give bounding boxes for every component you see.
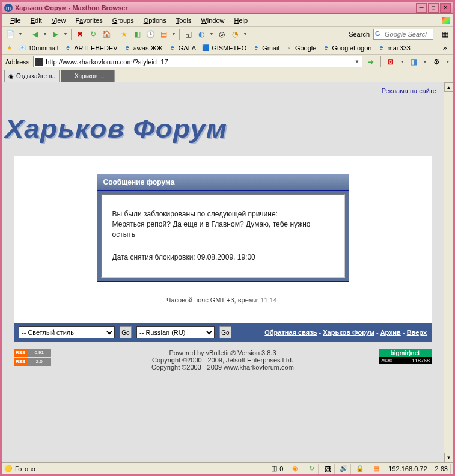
archive-link[interactable]: Архив [380, 329, 401, 336]
layout-icon[interactable]: ▦ [439, 28, 451, 40]
contact-link[interactable]: Обратная связь [264, 329, 317, 336]
go-button[interactable]: ➜ [365, 56, 377, 68]
scroll-track[interactable] [444, 92, 453, 453]
statusbar: 🟡 Готово ◫0 ◉ ↻ 🖼 🔊 🔒 ▤ 192.168.0.72 2 6… [2, 462, 453, 474]
dropdown-icon[interactable]: ▼ [63, 32, 69, 36]
window-title: Харьков Форум - Maxthon Browser [15, 4, 416, 11]
filter-icon[interactable]: ◨ [408, 56, 420, 68]
address-label: Address [4, 58, 31, 66]
bookmark-gmail[interactable]: eGmail [249, 43, 282, 53]
search-box[interactable]: G [373, 29, 433, 40]
footer-navbar: -- Светлый стиль Go -- Russian (RU) Go О… [14, 323, 432, 342]
lock-icon[interactable]: 🔒 [356, 465, 364, 473]
menu-help[interactable]: Help [229, 16, 252, 25]
bookmark-googlelogon[interactable]: eGoogleLogon [319, 43, 374, 53]
forward-button[interactable]: ▶ [49, 28, 61, 40]
bookmark-gala[interactable]: eGALA [166, 43, 198, 53]
dropdown-icon[interactable]: ▼ [42, 32, 48, 36]
popup-icon[interactable]: ◫ [270, 465, 278, 473]
style-select[interactable]: -- Светлый стиль [19, 326, 115, 338]
menu-window[interactable]: Window [196, 16, 229, 25]
color-swatch-icon[interactable] [442, 17, 450, 24]
dropdown-icon[interactable]: ▼ [445, 60, 451, 64]
tool-icon[interactable]: ◐ [195, 28, 207, 40]
rss-icon[interactable]: ▤ [157, 28, 169, 40]
home-icon[interactable]: 🏠 [100, 28, 112, 40]
address-input-wrap[interactable]: ▼ [33, 56, 362, 67]
menu-tools[interactable]: Tools [171, 16, 197, 25]
refresh-icon[interactable]: ↻ [87, 28, 99, 40]
radio-icon: ◉ [8, 73, 14, 79]
language-select[interactable]: -- Russian (RU) [136, 326, 215, 338]
bookmarks-bar: ★ 📧10minmail eARTLEBEDEV eawas ЖЖ eGALA … [2, 41, 453, 55]
image-icon[interactable]: 🖼 [323, 465, 332, 473]
vertical-scrollbar[interactable]: ▲ ▼ [444, 82, 453, 462]
bigmir-counter[interactable]: bigmir)net 7930118768 [379, 349, 432, 364]
dropdown-icon[interactable]: ▼ [209, 32, 215, 36]
go-button[interactable]: Go [219, 326, 231, 338]
menu-view[interactable]: View [47, 16, 71, 25]
tool-icon[interactable]: ◔ [229, 28, 241, 40]
bookmark-10minmail[interactable]: 📧10minmail [16, 43, 61, 53]
message-header: Сообщение форума [97, 174, 349, 191]
bookmark-google[interactable]: ▫Google [282, 43, 319, 53]
message-panel: Сообщение форума Вы были заблокированы п… [97, 174, 349, 282]
menu-options[interactable]: Options [139, 16, 171, 25]
script-icon[interactable]: ↻ [307, 465, 316, 473]
close-button[interactable]: ✕ [440, 3, 451, 13]
dropdown-icon[interactable]: ▼ [17, 32, 23, 36]
ban-reason-text: Меряться репой? Да еще и в Главном? Дума… [112, 219, 334, 240]
new-tab-icon[interactable]: 📄 [4, 28, 16, 40]
menu-favorites[interactable]: Favorites [70, 16, 107, 25]
footer-links: Обратная связь - Харьков Форум - Архив -… [264, 329, 427, 336]
groups-icon[interactable]: ◧ [131, 28, 143, 40]
bookmark-gismeteo[interactable]: 🟦GISMETEO [199, 43, 249, 53]
fav-star-icon[interactable]: ★ [4, 43, 15, 53]
menu-groups[interactable]: Groups [108, 16, 139, 25]
dropdown-icon[interactable]: ▼ [399, 60, 405, 64]
top-link[interactable]: Вверх [407, 329, 427, 336]
resource-icon[interactable]: ◱ [182, 28, 194, 40]
feed-icon[interactable]: ▤ [372, 465, 380, 473]
dropdown-icon[interactable]: ▼ [422, 60, 428, 64]
go-button[interactable]: Go [120, 326, 132, 338]
menu-file[interactable]: File [5, 16, 26, 25]
ad-link[interactable]: Реклама на сайте [2, 82, 444, 97]
scroll-up-icon[interactable]: ▲ [444, 82, 453, 92]
popup-count: 0 [279, 465, 283, 472]
rss-badges: RSS0.91 RSS2.0 [14, 349, 51, 367]
options-icon[interactable]: ⚙ [430, 56, 442, 68]
tab-2-active[interactable]: Харьков ... [61, 70, 115, 82]
maximize-button[interactable]: □ [428, 3, 439, 13]
menu-edit[interactable]: Edit [26, 16, 47, 25]
dropdown-icon[interactable]: ▼ [171, 32, 177, 36]
sound-icon[interactable]: 🔊 [340, 465, 348, 473]
search-input[interactable] [385, 31, 427, 38]
adh-icon[interactable]: ◉ [291, 465, 299, 473]
chevron-down-icon[interactable]: ▼ [353, 59, 361, 64]
content-wrap: Реклама на сайте Харьков Форум Сообщение… [2, 82, 453, 462]
forum-link[interactable]: Харьков Форум [323, 329, 374, 336]
footer: RSS0.91 RSS2.0 Powered by vBulletin® Ver… [2, 342, 444, 378]
bookmark-awas[interactable]: eawas ЖЖ [121, 43, 165, 53]
bookmark-artlebedev[interactable]: eARTLEBEDEV [61, 43, 120, 53]
back-button[interactable]: ◀ [29, 28, 41, 40]
status-text: Готово [15, 465, 35, 472]
block-icon[interactable]: ⊠ [385, 56, 397, 68]
scroll-down-icon[interactable]: ▼ [444, 453, 453, 462]
forum-logo: Харьков Форум [2, 97, 444, 156]
history-icon[interactable]: 🕓 [144, 28, 156, 40]
tab-1[interactable]: ◉ Отдыхайте п.. [4, 70, 60, 82]
ban-reason-label: Вы были заблокированы по следующей причи… [112, 209, 334, 219]
minimize-button[interactable]: ─ [416, 3, 427, 13]
site-icon [35, 58, 43, 66]
favorites-icon[interactable]: ★ [118, 28, 130, 40]
bookmark-mail333[interactable]: email333 [374, 43, 413, 53]
address-input[interactable] [46, 58, 353, 66]
stop-icon[interactable]: ✖ [74, 28, 86, 40]
chevron-icon[interactable]: » [439, 42, 451, 54]
rss-091-badge[interactable]: RSS0.91 [14, 349, 51, 357]
dropdown-icon[interactable]: ▼ [242, 32, 248, 36]
tool-icon[interactable]: ◎ [216, 28, 228, 40]
rss-20-badge[interactable]: RSS2.0 [14, 358, 51, 366]
